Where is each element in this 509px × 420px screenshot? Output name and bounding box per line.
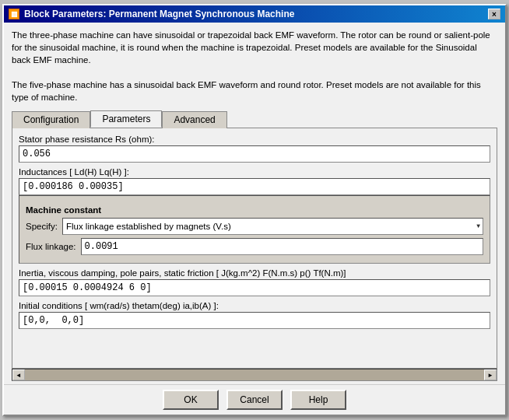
- specify-select[interactable]: Flux linkage established by magnets (V.s…: [62, 218, 483, 235]
- tab-bar: Configuration Parameters Advanced: [12, 110, 497, 128]
- tab-configuration[interactable]: Configuration: [12, 111, 90, 128]
- inertia-label: Inertia, viscous damping, pole pairs, st…: [19, 268, 490, 278]
- specify-label: Specify:: [26, 222, 58, 231]
- window-icon: ▦: [9, 9, 19, 19]
- machine-constant-section: Machine constant Specify: Flux linkage e…: [19, 195, 490, 264]
- window-title: Block Parameters: Permanent Magnet Synch…: [24, 9, 294, 19]
- initial-label: Initial conditions [ wm(rad/s) thetam(de…: [19, 301, 490, 310]
- scroll-right-arrow[interactable]: ►: [484, 369, 497, 380]
- scroll-right-icon: ►: [489, 372, 493, 379]
- close-button[interactable]: ×: [488, 9, 500, 19]
- stator-input[interactable]: [19, 145, 490, 163]
- flux-input[interactable]: [81, 238, 483, 255]
- horizontal-scrollbar[interactable]: ◄ ►: [12, 369, 497, 381]
- description-para2: The five-phase machine has a sinusoidal …: [12, 79, 497, 103]
- inductances-label: Inductances [ Ld(H) Lq(H) ]:: [19, 167, 490, 177]
- scroll-left-arrow[interactable]: ◄: [12, 369, 25, 380]
- cancel-button[interactable]: Cancel: [226, 390, 283, 410]
- stator-label: Stator phase resistance Rs (ohm):: [19, 135, 490, 144]
- description-para1: The three-phase machine can have sinusoi…: [12, 29, 497, 66]
- initial-input[interactable]: [19, 312, 490, 329]
- specify-select-wrapper: Flux linkage established by magnets (V.s…: [62, 218, 483, 235]
- tab-panel-parameters: Stator phase resistance Rs (ohm): Induct…: [12, 128, 497, 369]
- description-block: The three-phase machine can have sinusoi…: [12, 29, 497, 104]
- flux-row: Flux linkage:: [26, 238, 483, 255]
- machine-constant-label: Machine constant: [26, 205, 483, 215]
- flux-label: Flux linkage:: [26, 242, 76, 251]
- button-bar: OK Cancel Help: [4, 384, 505, 415]
- inductances-input[interactable]: [19, 178, 490, 195]
- scroll-left-icon: ◄: [17, 372, 21, 379]
- ok-button[interactable]: OK: [163, 390, 219, 410]
- tab-advanced[interactable]: Advanced: [162, 111, 226, 128]
- title-bar-left: ▦ Block Parameters: Permanent Magnet Syn…: [9, 9, 294, 19]
- specify-row: Specify: Flux linkage established by mag…: [26, 218, 483, 235]
- main-window: ▦ Block Parameters: Permanent Magnet Syn…: [2, 4, 507, 416]
- title-bar: ▦ Block Parameters: Permanent Magnet Syn…: [4, 5, 505, 23]
- content-area: The three-phase machine can have sinusoi…: [4, 23, 505, 384]
- tab-parameters[interactable]: Parameters: [90, 110, 162, 128]
- inertia-input[interactable]: [19, 279, 490, 296]
- scroll-track[interactable]: [25, 369, 484, 380]
- help-button[interactable]: Help: [290, 390, 346, 410]
